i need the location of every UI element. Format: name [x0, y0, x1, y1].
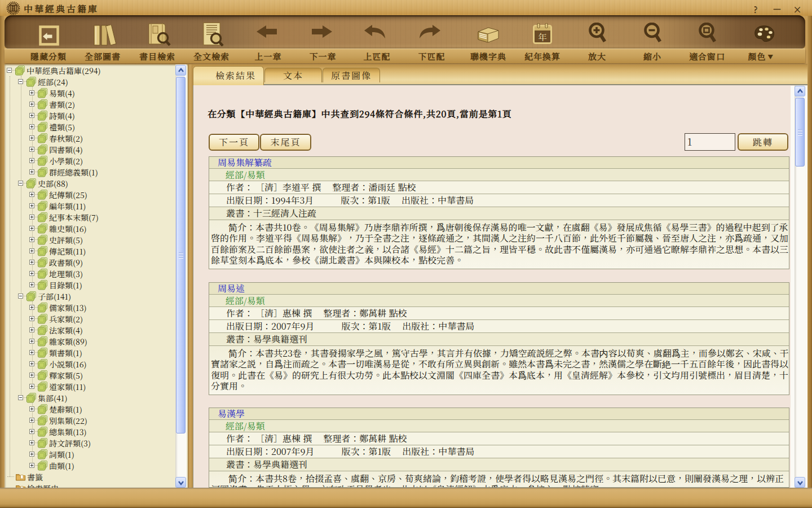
- svg-text:年: 年: [538, 30, 547, 43]
